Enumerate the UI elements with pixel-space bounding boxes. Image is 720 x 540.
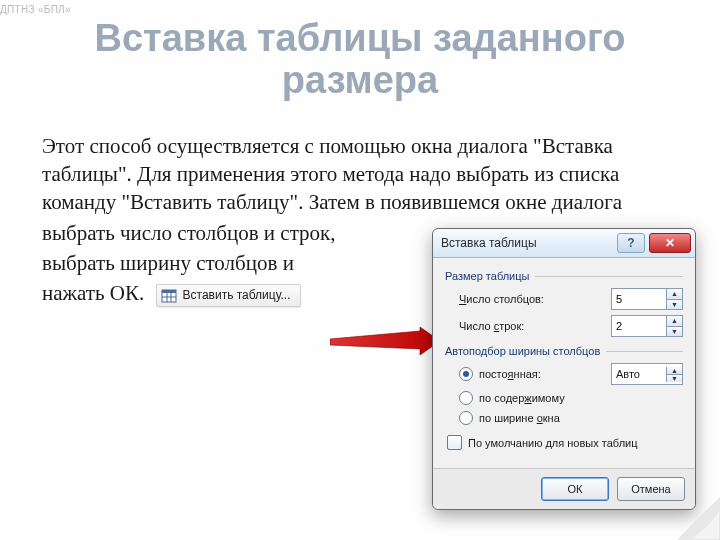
fixed-up[interactable]: ▲ [667, 367, 682, 374]
radio-content[interactable] [459, 391, 473, 405]
paragraph-1: Этот способ осуществляется с помощью окн… [42, 132, 678, 217]
insert-table-dialog: Вставка таблицы ? ✕ Размер таблицы Число… [432, 228, 696, 510]
dialog-titlebar[interactable]: Вставка таблицы ? ✕ [433, 229, 695, 258]
radio-window-label: по ширине окна [479, 412, 683, 424]
menu-item-label: Вставить таблицу... [183, 287, 291, 303]
radio-content-label: по содержимому [479, 392, 683, 404]
dialog-title: Вставка таблицы [441, 236, 613, 250]
rows-up[interactable]: ▲ [667, 316, 682, 326]
ok-button[interactable]: ОК [541, 477, 609, 501]
remember-checkbox[interactable] [447, 435, 462, 450]
group-size-label: Размер таблицы [445, 270, 683, 282]
insert-table-menu-item[interactable]: Вставить таблицу... [156, 284, 302, 306]
help-button[interactable]: ? [617, 233, 645, 253]
fixed-width-value: Авто [612, 368, 666, 380]
radio-window[interactable] [459, 411, 473, 425]
fixed-down[interactable]: ▼ [667, 374, 682, 382]
watermark-label: ДПТНЗ «БПЛ» [0, 4, 71, 15]
svg-marker-5 [330, 327, 440, 355]
close-icon: ✕ [665, 236, 675, 250]
page-title: Вставка таблицы заданного размера [40, 18, 680, 102]
radio-fixed-label: постоянная: [479, 368, 605, 380]
rows-input[interactable] [612, 316, 666, 336]
arrow-annotation [330, 327, 440, 357]
columns-down[interactable]: ▼ [667, 299, 682, 310]
close-button[interactable]: ✕ [649, 233, 691, 253]
help-icon: ? [627, 236, 634, 250]
radio-fixed[interactable] [459, 367, 473, 381]
group-autofit-label: Автоподбор ширины столбцов [445, 345, 683, 357]
columns-spinner[interactable]: ▲ ▼ [611, 288, 683, 310]
remember-label: По умолчанию для новых таблиц [468, 437, 638, 449]
columns-label: Число столбцов: [459, 293, 611, 305]
svg-rect-1 [162, 290, 176, 293]
rows-spinner[interactable]: ▲ ▼ [611, 315, 683, 337]
rows-label: Число строк: [459, 320, 611, 332]
rows-down[interactable]: ▼ [667, 326, 682, 337]
columns-input[interactable] [612, 289, 666, 309]
page-curl-decoration [660, 480, 720, 540]
fixed-width-combo[interactable]: Авто ▲ ▼ [611, 363, 683, 385]
columns-up[interactable]: ▲ [667, 289, 682, 299]
table-icon [161, 288, 177, 304]
